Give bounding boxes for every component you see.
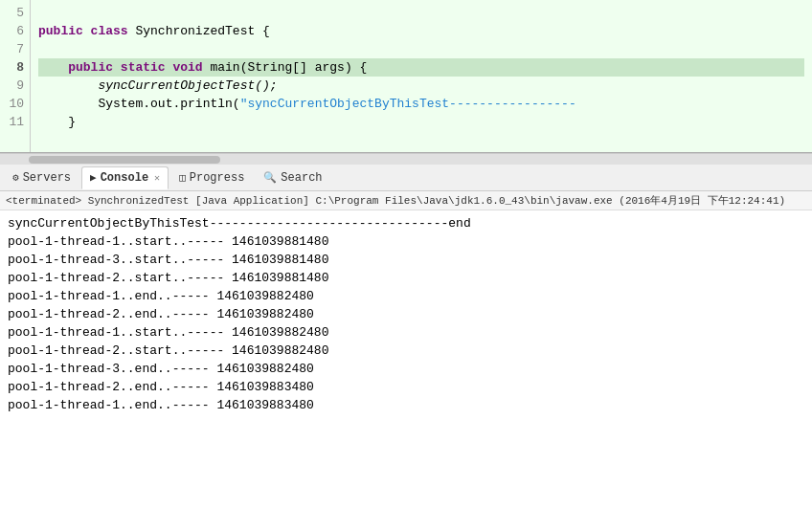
- console-line: pool-1-thread-3..start..----- 1461039881…: [8, 251, 804, 269]
- console-line: syncCurrentObjectByThisTest-------------…: [8, 214, 804, 232]
- progress-tab-label: Progress: [190, 171, 245, 185]
- servers-tab-icon: ⚙: [12, 171, 19, 184]
- console-line: pool-1-thread-2..start..----- 1461039882…: [8, 342, 804, 360]
- console-line: pool-1-thread-1..start..----- 1461039882…: [8, 323, 804, 342]
- console-line: pool-1-thread-1..start..----- 1461039881…: [8, 232, 804, 251]
- console-line: pool-1-thread-1..end..----- 146103988248…: [8, 287, 804, 305]
- code-line: public static void main(String[] args) {: [38, 58, 804, 77]
- progress-tab-icon: ◫: [179, 171, 186, 184]
- scrollbar-thumb[interactable]: [29, 156, 220, 164]
- scrollbar-horizontal[interactable]: [0, 153, 812, 165]
- tab-progress[interactable]: ◫Progress: [170, 166, 253, 189]
- console-panel: ⚙Servers▶Console✕◫Progress🔍Search <termi…: [0, 165, 812, 530]
- search-tab-icon: 🔍: [263, 171, 277, 184]
- code-line: [38, 40, 804, 58]
- status-text: <terminated> SynchronizedTest [Java Appl…: [6, 193, 785, 208]
- code-line: }: [38, 113, 804, 131]
- console-line: pool-1-thread-2..end..----- 146103988248…: [8, 305, 804, 323]
- console-line: pool-1-thread-1..end..----- 146103988348…: [8, 396, 804, 414]
- status-bar: <terminated> SynchronizedTest [Java Appl…: [0, 191, 812, 210]
- tab-search[interactable]: 🔍Search: [255, 166, 330, 189]
- code-lines[interactable]: public class SynchronizedTest { public s…: [31, 0, 812, 152]
- console-output[interactable]: syncCurrentObjectByThisTest-------------…: [0, 210, 812, 530]
- console-tab-label: Console: [101, 171, 148, 185]
- tab-console[interactable]: ▶Console✕: [81, 166, 169, 189]
- code-editor: 567891011 public class SynchronizedTest …: [0, 0, 812, 153]
- console-tabs: ⚙Servers▶Console✕◫Progress🔍Search: [0, 165, 812, 191]
- console-tab-close[interactable]: ✕: [154, 172, 160, 184]
- code-line: public class SynchronizedTest {: [38, 22, 804, 40]
- code-line: [38, 4, 804, 22]
- console-line: pool-1-thread-2..end..----- 146103988348…: [8, 378, 804, 396]
- console-line: pool-1-thread-3..end..----- 146103988248…: [8, 360, 804, 378]
- tab-servers[interactable]: ⚙Servers: [4, 166, 79, 189]
- console-tab-icon: ▶: [90, 171, 97, 184]
- code-line: System.out.println("syncCurrentObjectByT…: [38, 95, 804, 113]
- search-tab-label: Search: [281, 171, 322, 185]
- code-line: syncCurrentObjectTest();: [38, 77, 804, 95]
- servers-tab-label: Servers: [23, 171, 71, 185]
- console-line: pool-1-thread-2..start..----- 1461039881…: [8, 269, 804, 287]
- line-numbers: 567891011: [0, 0, 31, 152]
